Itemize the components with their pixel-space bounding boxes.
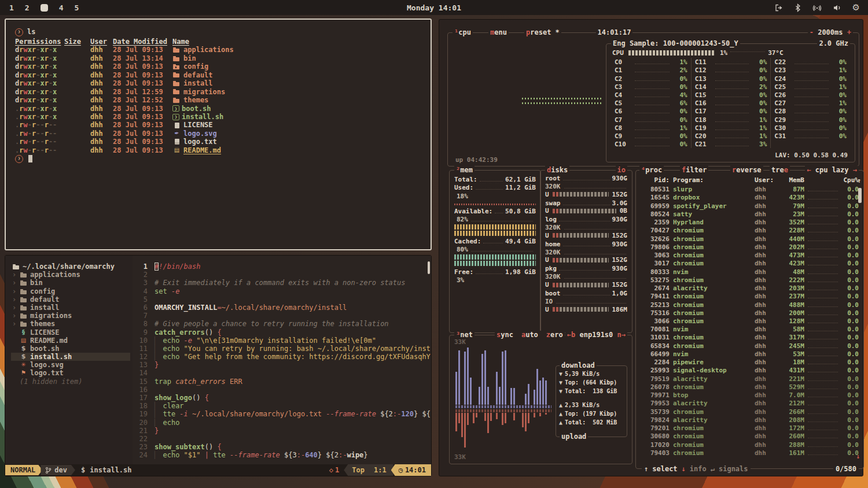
process-row[interactable]: 2284 pipewire dhh 18M 0.0 [641,358,859,366]
process-row[interactable]: 70081 nvim dhh 58M 0.0 [641,325,859,333]
process-row[interactable]: 53275 chromium dhh 222M 0.0 [641,276,859,284]
terminal-window[interactable]: ❯ ls PermissionsSizeUserDate ModifiedNam… [5,19,432,250]
settings-icon[interactable]: ⚙ [852,3,860,12]
code-line: 3# Exit immediately if a command exits w… [133,279,431,287]
process-pid: 32626 [641,235,670,243]
net-tab-button[interactable]: zero [546,331,563,339]
filter-button[interactable]: filter [680,166,708,174]
process-row[interactable]: 3063 chromium dhh 473M 0.0 [641,251,859,259]
tree-dir-item[interactable]: › bin [11,279,133,287]
tree-dir-item[interactable]: › migrations [11,312,133,320]
process-pid: 65834 [641,342,670,350]
process-cpu: 0.0 [841,358,859,366]
upload-graph [455,413,551,453]
process-row[interactable]: 79403 chromium dhh 161M 0.0 [641,449,859,457]
process-row[interactable]: 79953 alacritty dhh 212M 0.0 [641,399,859,407]
tree-dir-item[interactable]: › themes [11,320,133,328]
process-row[interactable]: 65834 chromium dhh 245M 0.0 [641,341,859,349]
chevron-right-icon: › [12,287,17,295]
process-row[interactable]: 3017 chromium dhh 423M 0.0 [641,259,859,267]
process-row[interactable]: 2674 alacritty dhh 203M 0.0 [641,284,859,292]
core-row: C271% [774,99,847,107]
process-user: dhh [755,194,774,201]
process-row[interactable]: 69959 spotify_player dhh 79M 0.0 [641,201,859,209]
workspace-button[interactable]: 1 [9,3,14,12]
tree-dir-item[interactable]: › config [11,287,133,295]
sort-direction-icon[interactable]: ↑ [857,177,861,184]
net-tab-button[interactable]: auto [521,331,538,339]
disk-entry: home930G 320K U152G [545,240,627,265]
tree-root[interactable]: ~/.local/share/omarchy [11,263,133,271]
process-row[interactable]: 17020 chromium dhh 288M 0.0 [641,440,859,448]
tree-file-item[interactable]: LICENSE [11,328,133,337]
tree-file-item[interactable]: install.sh [11,353,130,361]
process-cpu: 0.0 [841,301,859,309]
proc-scrollbar[interactable] [858,188,862,203]
process-row[interactable]: 35739 chromium dhh 266M 0.0 [641,407,859,415]
io-mode-button[interactable]: io [616,166,627,174]
tree-file-item[interactable]: logo.svg [11,361,133,369]
bluetooth-icon[interactable] [794,3,801,12]
process-row[interactable]: 80524 satty dhh 23M 0.0 [641,210,859,218]
preset-button[interactable]: preset * [524,28,561,36]
process-row[interactable]: 79971 btop dhh 7.0M 0.0 [641,391,859,399]
process-name: chromium [673,317,751,325]
workspace-button[interactable]: 5 [74,3,79,12]
volume-icon[interactable] [833,3,841,12]
process-row[interactable]: 80531 slurp dhh 87M 0.0 [641,185,859,193]
workspace-button[interactable]: 3 [41,4,48,12]
refresh-interval[interactable]: - 2000ms + [808,28,853,36]
process-row[interactable]: 80333 nvim dhh 48M 0.0 [641,267,859,275]
process-row[interactable]: 79519 alacritty dhh 221M 0.0 [641,374,859,382]
editor-window[interactable]: ~/.local/share/omarchy › applications › … [5,255,432,476]
process-row[interactable]: 79411 chromium dhh 237M 0.0 [641,292,859,300]
prompt-line-empty[interactable]: ❯ [15,154,431,163]
core-row: C240% [774,74,847,82]
process-row[interactable]: 3066 chromium dhh 128M 0.0 [641,317,859,325]
sort-column-switcher[interactable]: ← cpu lazy → [805,166,859,174]
process-row[interactable]: 26078 chromium dhh 529M 0.0 [641,383,859,391]
process-pid: 79953 [641,400,670,407]
btop-window[interactable]: ¹cpu menu preset * 14:01:17 - 2000ms + u… [439,19,863,476]
tree-file-item[interactable]: boot.sh [11,345,133,353]
editor-scrollbar[interactable] [428,261,430,274]
process-pid: 79411 [641,293,670,300]
net-tab-button[interactable]: sync [496,331,513,339]
proc-table-header[interactable]: Pid: Program: User: MemB Cpu% [641,176,859,185]
code-line: 5 [133,295,431,304]
process-row[interactable]: 30680 chromium dhh 260M 0.0 [641,432,859,440]
network-icon[interactable] [812,3,822,12]
logout-icon[interactable] [774,3,783,12]
net-interface-switcher[interactable]: ←b enp191s0 n→ [565,331,627,339]
tree-button[interactable]: tree [770,166,790,174]
tree-dir-item[interactable]: › applications [11,271,133,279]
process-row[interactable]: 2359 Hyprland dhh 352M 0.0 [641,218,859,226]
process-row[interactable]: 25213 chromium dhh 488M 0.0 [641,300,859,308]
menu-button[interactable]: menu [488,28,509,36]
tree-dir-item[interactable]: › install [11,304,133,312]
process-row[interactable]: 32626 chromium dhh 440M 0.0 [641,234,859,242]
process-row[interactable]: 25993 signal-desktop dhh 431M 0.0 [641,366,859,374]
reverse-button[interactable]: reverse [730,166,763,174]
process-cpu: 0.0 [841,202,859,210]
process-row[interactable]: 66499 nvim dhh 53M 0.0 [641,350,859,358]
folder-icon [20,279,27,286]
tree-dir-item[interactable]: › default [11,295,133,304]
net-scale-bottom: 33K [454,453,466,461]
code-editor[interactable]: 1#!/bin/bash23# Exit immediately if a co… [133,256,431,464]
workspace-button[interactable]: 4 [59,3,64,12]
scroll-down-icon[interactable]: ↓ [856,453,860,460]
process-row[interactable]: 16545 dropbox dhh 423M 0.0 [641,193,859,201]
process-row[interactable]: 75316 chromium dhh 200M 0.0 [641,309,859,317]
tree-file-item[interactable]: logo.txt [11,369,133,377]
process-row[interactable]: 70427 chromium dhh 228M 0.0 [641,226,859,234]
process-row[interactable]: 79201 chromium dhh 172M 0.0 [641,424,859,432]
workspace-button[interactable]: 2 [25,3,30,12]
process-row[interactable]: 79806 chromium dhh 202M 0.0 [641,243,859,251]
cpu-box: ¹cpu menu preset * 14:01:17 - 2000ms + u… [447,32,859,167]
process-row[interactable]: 79824 alacritty dhh 208M 0.0 [641,416,859,424]
proc-box-title: ⁴proc [639,166,664,174]
process-row[interactable]: 31031 chromium dhh 317M 0.0 [641,333,859,341]
file-date: 28 Jul 09:13 [113,113,167,121]
tree-file-item[interactable]: README.md [11,337,133,345]
